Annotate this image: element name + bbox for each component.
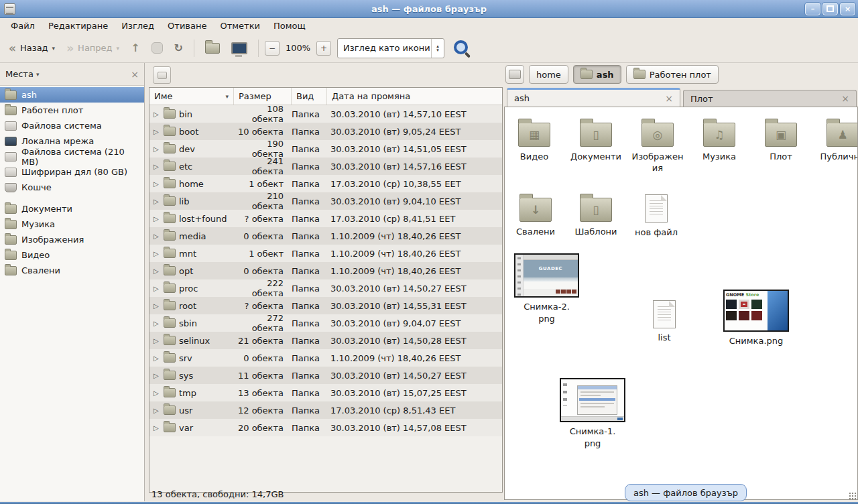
folder-icon-item[interactable]: Публични bbox=[814, 118, 858, 162]
sidebar-place-item[interactable]: Работен плот bbox=[0, 103, 144, 118]
expander-icon[interactable]: ▷ bbox=[154, 163, 160, 170]
tree-row[interactable]: ▷ srv 0 обекта Папка 1.10.2009 (чт) 18,4… bbox=[149, 349, 502, 367]
tree-row[interactable]: ▷ dev 190 обекта Папка 30.03.2010 (вт) 1… bbox=[149, 140, 502, 158]
tab-close-icon[interactable]: × bbox=[841, 93, 849, 104]
sidebar-place-item[interactable]: Кошче bbox=[0, 180, 144, 195]
expander-icon[interactable]: ▷ bbox=[154, 320, 160, 327]
tree-row[interactable]: ▷ home 1 обект Папка 17.03.2010 (ср) 10,… bbox=[149, 175, 502, 192]
tree-row[interactable]: ▷ var 20 обекта Папка 30.03.2010 (вт) 14… bbox=[149, 419, 502, 436]
column-header-name[interactable]: Име▾ bbox=[149, 88, 234, 105]
file-item-snimka[interactable]: GNOME Store Снимка.png bbox=[723, 290, 789, 347]
tree-row[interactable]: ▷ opt 0 обекта Папка 1.10.2009 (чт) 18,4… bbox=[149, 262, 502, 279]
sidebar-close-icon[interactable]: × bbox=[131, 69, 139, 80]
file-item-snimka-1[interactable]: Снимка-1.png bbox=[560, 378, 625, 449]
zoom-in-button[interactable]: + bbox=[316, 41, 331, 56]
tab-close-icon[interactable]: × bbox=[665, 93, 673, 104]
reload-button[interactable]: ↻ bbox=[170, 40, 188, 57]
icon-item[interactable]: Свалени bbox=[509, 193, 562, 237]
tree-row[interactable]: ▷ sys 11 обекта Папка 30.03.2010 (вт) 14… bbox=[149, 367, 502, 384]
expander-icon[interactable]: ▷ bbox=[154, 128, 160, 135]
combo-spinner-icon[interactable]: ▴▾ bbox=[431, 39, 444, 58]
tree-row[interactable]: ▷ lost+found ? обекта Папка 17.03.2010 (… bbox=[149, 210, 502, 227]
tab-plot[interactable]: Плот × bbox=[683, 90, 857, 107]
folder-icon-item[interactable]: Видео bbox=[506, 118, 562, 162]
expander-icon[interactable]: ▷ bbox=[154, 337, 160, 344]
menu-item[interactable]: Изглед bbox=[115, 19, 161, 33]
expander-icon[interactable]: ▷ bbox=[154, 372, 160, 379]
forward-button[interactable]: » Напред ▾ bbox=[62, 39, 124, 57]
icon-item[interactable]: Шаблони bbox=[569, 193, 623, 237]
expander-icon[interactable]: ▷ bbox=[154, 145, 160, 153]
folder-icon-item[interactable]: Плот bbox=[753, 118, 809, 162]
sidebar-place-item[interactable]: Документи bbox=[0, 201, 144, 216]
back-button[interactable]: « Назад ▾ bbox=[4, 39, 60, 57]
tree-row[interactable]: ▷ boot 10 обекта Папка 30.03.2010 (вт) 9… bbox=[149, 123, 502, 140]
folder-icon-item[interactable]: Музика bbox=[691, 118, 747, 162]
tree-row[interactable]: ▷ selinux 21 обекта Папка 30.03.2010 (вт… bbox=[149, 332, 502, 349]
path-current-button[interactable]: ash bbox=[573, 65, 621, 84]
sidebar-mode-select[interactable]: Места ▾ bbox=[5, 69, 39, 79]
sidebar-place-item[interactable]: Изображения bbox=[0, 232, 144, 247]
folder-icon-item[interactable]: Изображения bbox=[629, 118, 686, 174]
expander-icon[interactable]: ▷ bbox=[154, 198, 160, 205]
stop-button[interactable] bbox=[147, 38, 168, 58]
sidebar-place-item[interactable]: Видео bbox=[0, 247, 144, 263]
zoom-out-button[interactable]: − bbox=[265, 41, 280, 56]
sidebar-place-item[interactable]: Свалени bbox=[0, 263, 144, 278]
expander-icon[interactable]: ▷ bbox=[154, 215, 160, 223]
minimize-button[interactable]: – bbox=[805, 3, 820, 15]
sidebar-place-item[interactable]: Музика bbox=[0, 216, 144, 232]
path-root-button[interactable] bbox=[505, 65, 524, 84]
tree-row[interactable]: ▷ proc 222 обекта Папка 30.03.2010 (вт) … bbox=[149, 279, 502, 297]
file-item-list[interactable]: list bbox=[641, 299, 688, 344]
expander-icon[interactable]: ▷ bbox=[154, 267, 160, 275]
menu-item[interactable]: Отметки bbox=[213, 19, 266, 33]
menu-item[interactable]: Отиване bbox=[161, 19, 213, 33]
menu-item[interactable]: Редактиране bbox=[42, 19, 115, 33]
sidebar-place-item[interactable]: Файлова система (210 MB) bbox=[0, 149, 144, 164]
icon-item[interactable]: нов файл bbox=[629, 193, 683, 238]
expander-icon[interactable]: ▷ bbox=[154, 302, 160, 310]
expander-icon[interactable]: ▷ bbox=[154, 233, 160, 240]
menu-item[interactable]: Помощ bbox=[267, 19, 312, 33]
up-button[interactable]: ↑ bbox=[126, 40, 144, 57]
expander-icon[interactable]: ▷ bbox=[154, 285, 160, 292]
column-header-kind[interactable]: Вид bbox=[292, 88, 327, 105]
sidebar-place-item[interactable]: Шифриран дял (80 GB) bbox=[0, 164, 144, 180]
close-button[interactable]: × bbox=[840, 3, 855, 15]
home-button[interactable] bbox=[200, 39, 225, 58]
expander-icon[interactable]: ▷ bbox=[154, 250, 160, 257]
menu-item[interactable]: Файл bbox=[4, 19, 42, 33]
computer-button[interactable] bbox=[227, 38, 252, 58]
column-header-size[interactable]: Размер bbox=[234, 88, 292, 105]
sidebar-place-item[interactable]: Файлова система bbox=[0, 118, 144, 133]
expander-icon[interactable]: ▷ bbox=[154, 180, 160, 188]
tree-row[interactable]: ▷ lib 210 обекта Папка 30.03.2010 (вт) 9… bbox=[149, 192, 502, 210]
tree-row[interactable]: ▷ root ? обекта Папка 30.03.2010 (вт) 14… bbox=[149, 297, 502, 314]
expander-icon[interactable]: ▷ bbox=[154, 407, 160, 414]
tree-row[interactable]: ▷ media 0 обекта Папка 1.10.2009 (чт) 18… bbox=[149, 227, 502, 245]
resize-grip-icon[interactable] bbox=[849, 492, 857, 500]
maximize-button[interactable] bbox=[822, 3, 838, 15]
tree-row[interactable]: ▷ mnt 1 обект Папка 1.10.2009 (чт) 18,40… bbox=[149, 245, 502, 262]
sidebar-place-item[interactable]: ash bbox=[0, 87, 144, 103]
view-mode-select[interactable]: Изглед като икони ▴▾ bbox=[337, 38, 444, 58]
tab-ash[interactable]: ash × bbox=[507, 88, 680, 107]
expander-icon[interactable]: ▷ bbox=[154, 424, 160, 432]
tree-row[interactable]: ▷ etc 241 обекта Папка 30.03.2010 (вт) 1… bbox=[149, 158, 502, 175]
expander-icon[interactable]: ▷ bbox=[154, 389, 160, 397]
file-item-snimka-2[interactable]: GUADEC Снимка-2.png bbox=[514, 253, 579, 324]
search-button[interactable] bbox=[452, 38, 472, 58]
column-header-date[interactable]: Дата на промяна bbox=[327, 88, 502, 105]
expander-icon[interactable]: ▷ bbox=[154, 111, 160, 118]
tree-row[interactable]: ▷ tmp 13 обекта Папка 30.03.2010 (вт) 15… bbox=[149, 384, 502, 401]
path-home-button[interactable]: home bbox=[529, 65, 568, 84]
tree-root-drive-button[interactable] bbox=[153, 66, 171, 84]
expander-icon[interactable]: ▷ bbox=[154, 355, 160, 362]
tree-row[interactable]: ▷ sbin 272 обекта Папка 30.03.2010 (вт) … bbox=[149, 314, 502, 332]
tree-row[interactable]: ▷ usr 12 обекта Папка 17.03.2010 (ср) 8,… bbox=[149, 401, 502, 419]
tree-row[interactable]: ▷ bin 108 обекта Папка 30.03.2010 (вт) 1… bbox=[149, 105, 502, 123]
taskbar-window-button[interactable]: ash — файлов браузър bbox=[625, 484, 747, 501]
back-history-chevron-icon[interactable]: ▾ bbox=[52, 45, 56, 52]
folder-icon-item[interactable]: Документи bbox=[568, 118, 624, 162]
